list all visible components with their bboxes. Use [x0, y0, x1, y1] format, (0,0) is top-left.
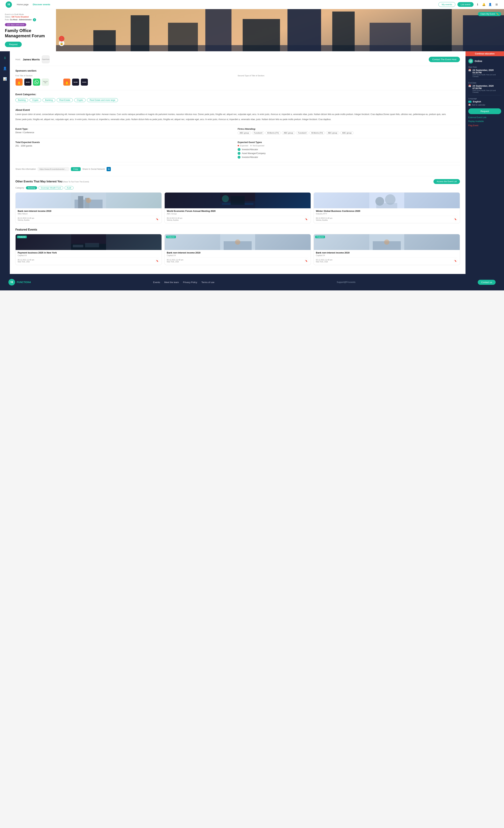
featured-event-org-2: Capital.XX — [167, 254, 308, 256]
rp-language-row: 🌐 English — [468, 100, 501, 103]
bookmark-icon-1[interactable]: 🔖 — [155, 217, 159, 221]
sponsor-logo-whatsapp — [33, 78, 40, 86]
right-panel: Continue education Online Start Date 📅 2… — [465, 51, 504, 274]
featured-event-meta-2: 06.12.2021 11:40 am New York, USA 🔖 — [167, 257, 308, 263]
other-event-date-3: 06.12.2019 11:40 am — [316, 217, 333, 219]
featured-event-card-1: Featured Payment business 2025 in New Yo… — [15, 234, 162, 265]
footer-link-events[interactable]: Events — [153, 281, 160, 284]
content-area: Host: James Morris PaperNote Contact The… — [10, 51, 465, 274]
cat-tag-crypto2: Crypto — [74, 98, 86, 102]
other-events-subtitle2: (Near To Far From The Event): — [63, 181, 89, 183]
cat-filter-banking[interactable]: Banking — [26, 186, 37, 190]
access-event-list-button[interactable]: Access the Event List — [433, 179, 460, 184]
rp-flag-link[interactable]: Flag Event — [468, 124, 478, 127]
sponsor-logo-bewit2: BeWit — [72, 78, 79, 86]
hero-image: Claim My Event ✏️ 🔒 📍 — [56, 9, 504, 51]
guest-type-2-text: Asset Manager/Company — [242, 152, 265, 155]
share-row: Share this information https://www.f4.ev… — [15, 165, 460, 171]
sidebar-icon-user[interactable]: 👤 — [2, 65, 8, 72]
total-guests-col: Total Expected Guests 251 - 1000 guests — [15, 141, 238, 159]
svg-point-26 — [222, 195, 229, 202]
my-events-button[interactable]: My events — [438, 2, 455, 7]
rp-add-calendar[interactable]: 📅 Add to calendar — [468, 104, 501, 106]
cat-filter-audit[interactable]: Audit — [65, 186, 74, 190]
footer-brand: FUNCTION4 — [17, 281, 31, 284]
featured-events-grid: Featured Payment business 2025 in New Yo… — [15, 234, 460, 265]
navbar-logo[interactable]: f4 — [6, 1, 12, 8]
rp-language-section-label: Language — [468, 97, 501, 99]
featured-event-img-2: Featured — [165, 234, 310, 250]
rp-replay-link[interactable]: Replay Available — [468, 120, 501, 123]
sponsors-second-label: Second Type of Title of Section: — [238, 75, 460, 77]
rp-end-time: 07:00 PM — [472, 87, 501, 90]
featured-bookmark-1[interactable]: 🔖 — [155, 259, 159, 263]
rp-language-text: English — [473, 100, 481, 103]
cat-filter-swf[interactable]: Sovereign Wealth Fund — [39, 186, 63, 190]
sponsors-second-group: BeWit BeWit — [63, 78, 88, 86]
navbar-links: Home page Discover events — [17, 3, 438, 6]
legend-row: Expected Not Expected — [238, 144, 460, 147]
footer-link-team[interactable]: Meet the team — [164, 281, 179, 284]
rp-end-date-row: 📅 24 September, 2020 07:00 PM (GMT-8:00)… — [468, 85, 501, 93]
footer-logo-circle: f4 — [8, 279, 15, 286]
user-icon[interactable]: 👤 — [488, 3, 492, 6]
guest-types-list: + Investor/Allocator + Asset Manager/Com… — [238, 148, 460, 159]
featured-bookmark-3[interactable]: 🔖 — [453, 259, 458, 263]
footer-link-privacy[interactable]: Privacy Policy — [183, 281, 197, 284]
menu-icon[interactable]: ⊞ — [495, 3, 498, 6]
featured-event-location-1: New York, USA — [18, 261, 34, 263]
other-events-grid: Bank non-interest income 2019 Mike Nilso… — [15, 193, 460, 223]
rp-start-date-row: 📅 24 September, 2020 03:30 PM (GMT-8:00)… — [468, 69, 501, 77]
share-url: https://www.f4.events/events/17859-... — [38, 167, 69, 171]
host-name: James Morris — [23, 58, 40, 61]
role-num: 1 — [33, 18, 36, 22]
featured-event-img-3: Featured — [314, 234, 460, 250]
not-expected-dot — [250, 145, 252, 146]
bookmark-icon-2[interactable]: 🔖 — [304, 217, 308, 221]
total-guests-label: Total Expected Guests — [15, 141, 238, 143]
sponsor-logo-fleurdsel: Fleur de Sel — [42, 78, 49, 86]
linkedin-icon[interactable]: in — [107, 167, 111, 171]
sidebar-icon-chart[interactable]: 📊 — [2, 76, 8, 82]
rp-request-button[interactable]: Request — [468, 108, 501, 114]
claim-badge[interactable]: Claim My Event ✏️ — [478, 12, 501, 16]
bookmark-icon-3[interactable]: 🔖 — [453, 217, 458, 221]
guest-types-label: Expected Guest Types — [238, 141, 460, 143]
contact-host-button[interactable]: Contact The Event Host — [429, 57, 460, 62]
svg-rect-2 — [93, 30, 116, 51]
featured-event-date-3: 05.12.2021 11:40 am — [316, 259, 333, 261]
about-section: About Event Lorem ipsum dolor sit amet, … — [15, 109, 460, 121]
guest-dot-3: + — [238, 156, 241, 159]
rp-end-date: 24 September, 2020 — [472, 85, 501, 87]
firm-tags: ABC group Function4 M.Morris (F4) ABC gr… — [238, 131, 460, 134]
nav-link-discover[interactable]: Discover events — [33, 3, 50, 6]
featured-event-location-2: New York, USA — [167, 261, 183, 263]
categories-divider — [15, 106, 460, 106]
featured-bookmark-2[interactable]: 🔖 — [304, 259, 308, 263]
guest-dot-2: + — [238, 152, 241, 155]
other-event-date-1: 06.12.2019 11:40 am — [18, 217, 34, 219]
list-event-button[interactable]: List event — [457, 2, 473, 7]
sponsors-first-group: BeWit Fleur de Sel — [15, 78, 49, 86]
other-event-meta-2: 06.12.019 11:40 am Vienna, Austria 🔖 — [167, 216, 308, 221]
other-events-header: Other Events That May Interest You (Near… — [15, 179, 460, 184]
featured-event-card-2: Featured Bank non-interest income 2019 C… — [165, 234, 311, 265]
bell-icon[interactable]: 🔔 — [482, 3, 486, 6]
svg-rect-31 — [376, 203, 397, 208]
featured-event-meta-3: 05.12.2021 11:40 am New York, USA 🔖 — [316, 257, 458, 263]
rp-external-link[interactable]: External Event Link — [468, 116, 501, 119]
info-icon[interactable]: ℹ — [476, 3, 479, 6]
hero-request-button[interactable]: Request — [5, 42, 22, 47]
contact-us-button[interactable]: Contact us — [478, 280, 496, 285]
nav-link-home[interactable]: Home page — [17, 3, 29, 6]
svg-point-17 — [66, 82, 68, 84]
featured-event-title-3: Bank non-interest income 2019 — [316, 251, 458, 254]
copy-button[interactable]: Copy — [71, 167, 81, 171]
featured-event-body-3: Bank non-interest income 2019 Capital.XX… — [314, 250, 460, 265]
footer-brand-suffix: 4 — [30, 281, 31, 284]
footer-link-terms[interactable]: Terms of use — [201, 281, 214, 284]
other-event-meta-3: 06.12.2019 11:40 am Vienna, Austria 🔖 — [316, 216, 458, 221]
svg-rect-3 — [131, 15, 150, 51]
sidebar-icon-info[interactable]: ℹ — [2, 55, 8, 61]
svg-rect-8 — [332, 11, 355, 51]
